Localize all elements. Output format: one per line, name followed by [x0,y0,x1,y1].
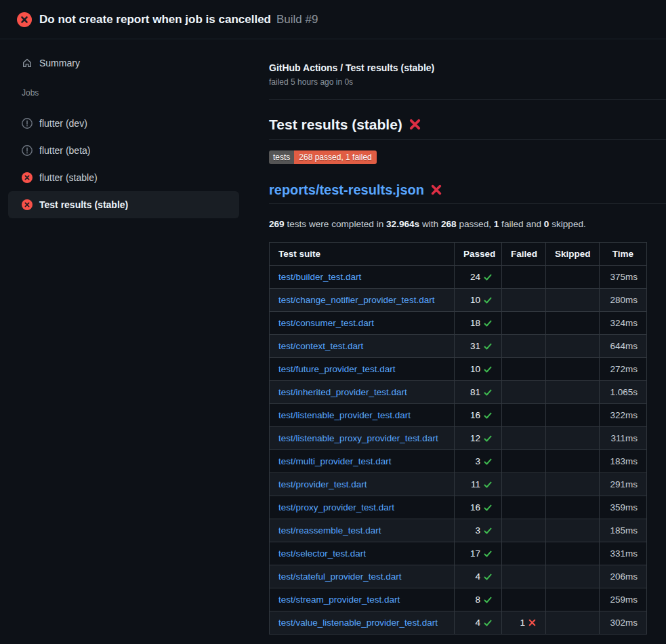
test-suite-cell: test/future_provider_test.dart [270,358,455,381]
failed-cell: 1 [502,611,546,635]
sidebar-job-item[interactable]: flutter (beta) [8,137,239,164]
check-icon [483,411,493,420]
test-suite-cell: test/inherited_provider_test.dart [270,381,455,404]
test-suite-link[interactable]: test/future_provider_test.dart [278,364,396,374]
skipped-cell [546,266,600,289]
check-icon [483,296,493,305]
test-suite-link[interactable]: test/consumer_test.dart [278,318,374,328]
table-row: test/change_notifier_provider_test.dart1… [270,289,647,312]
passed-cell: 4 [455,611,502,635]
table-row: test/stateful_provider_test.dart4 206ms [270,565,647,588]
cancelled-icon [22,118,33,129]
time-cell: 322ms [600,404,647,427]
time-cell: 331ms [600,542,647,565]
skipped-cell [546,427,600,450]
test-suite-link[interactable]: test/multi_provider_test.dart [278,456,392,466]
passed-cell: 4 [455,565,502,588]
test-suite-link[interactable]: test/selector_test.dart [278,548,366,559]
test-suite-cell: test/context_test.dart [270,335,455,358]
passed-cell: 12 [455,427,502,450]
passed-cell-count: 12 [470,432,480,444]
passed-cell: 8 [455,588,502,611]
run-meta: failed 5 hours ago in 0s [269,77,666,87]
skipped-cell [546,519,600,542]
results-table: Test suitePassedFailedSkippedTime test/b… [269,242,647,635]
time-cell: 324ms [600,312,647,335]
time-cell: 280ms [600,289,647,312]
table-row: test/inherited_provider_test.dart81 1.06… [270,381,647,404]
summary-segment: failed and [499,219,544,229]
test-suite-link[interactable]: test/listenable_provider_test.dart [278,410,411,420]
test-suite-link[interactable]: test/provider_test.dart [278,479,367,489]
passed-cell: 24 [455,266,502,289]
test-suite-cell: test/listenable_provider_test.dart [270,404,455,427]
failed-cell [502,565,546,588]
skipped-cell [546,450,600,473]
passed-cell-count: 4 [475,571,480,582]
summary-segment: with [419,219,441,229]
report-link[interactable]: reports/test-results.json [269,182,424,197]
sidebar-job-item[interactable]: Test results (stable) [8,191,239,218]
time-cell: 359ms [600,496,647,519]
test-suite-link[interactable]: test/stateful_provider_test.dart [278,571,402,582]
check-icon [483,549,493,559]
summary-segment: skipped. [549,219,585,229]
column-header: Test suite [270,243,455,266]
test-suite-link[interactable]: test/proxy_provider_test.dart [278,502,394,512]
test-suite-link[interactable]: test/listenable_proxy_provider_test.dart [278,433,438,443]
test-suite-cell: test/stateful_provider_test.dart [270,565,455,588]
sidebar-item-summary[interactable]: Summary [8,50,239,76]
table-row: test/future_provider_test.dart10 272ms [270,358,647,381]
time-cell: 644ms [600,335,647,358]
passed-cell: 16 [455,404,502,427]
test-suite-cell: test/value_listenable_provider_test.dart [270,611,455,635]
failed-cell [502,450,546,473]
failed-cell [502,519,546,542]
table-row: test/consumer_test.dart18 324ms [270,312,647,335]
sidebar-job-item[interactable]: flutter (dev) [8,110,239,137]
sidebar-job-item[interactable]: flutter (stable) [8,164,239,191]
table-row: test/value_listenable_provider_test.dart… [270,611,647,635]
failed-cell [502,542,546,565]
test-suite-link[interactable]: test/context_test.dart [278,341,363,351]
check-icon [483,572,493,582]
test-suite-cell: test/selector_test.dart [270,542,455,565]
passed-cell-count: 16 [470,409,480,421]
test-suite-link[interactable]: test/inherited_provider_test.dart [278,387,407,397]
sidebar-job-label: flutter (beta) [39,145,90,156]
test-suite-link[interactable]: test/reassemble_test.dart [278,525,381,536]
passed-cell: 10 [455,289,502,312]
table-row: test/selector_test.dart17 331ms [270,542,647,565]
table-header-row: Test suitePassedFailedSkippedTime [270,243,647,266]
check-icon [483,365,493,374]
test-suite-cell: test/provider_test.dart [270,473,455,496]
skipped-cell [546,588,600,611]
test-suite-cell: test/listenable_proxy_provider_test.dart [270,427,455,450]
home-icon [22,58,33,68]
passed-cell-count: 3 [475,525,480,536]
test-suite-cell: test/consumer_test.dart [270,312,455,335]
skipped-cell [546,496,600,519]
time-cell: 185ms [600,519,647,542]
skipped-cell [546,473,600,496]
passed-cell-count: 17 [470,548,480,559]
failed-cell [502,312,546,335]
report-title: reports/test-results.json [269,182,666,204]
passed-cell: 10 [455,358,502,381]
test-suite-link[interactable]: test/change_notifier_provider_test.dart [278,295,434,305]
failed-icon [22,199,33,210]
passed-cell-count: 10 [470,363,480,375]
summary-segment: tests were completed in [285,219,386,229]
test-suite-link[interactable]: test/value_listenable_provider_test.dart [278,618,438,628]
test-suite-link[interactable]: test/builder_test.dart [278,272,361,282]
cancelled-icon [22,145,33,156]
test-suite-cell: test/proxy_provider_test.dart [270,496,455,519]
test-suite-link[interactable]: test/stream_provider_test.dart [278,595,400,605]
test-suite-cell: test/change_notifier_provider_test.dart [270,289,455,312]
failed-cell [502,427,546,450]
test-suite-cell: test/reassemble_test.dart [270,519,455,542]
badge-label: tests [269,150,294,164]
time-cell: 375ms [600,266,647,289]
skipped-cell [546,381,600,404]
time-cell: 206ms [600,565,647,588]
